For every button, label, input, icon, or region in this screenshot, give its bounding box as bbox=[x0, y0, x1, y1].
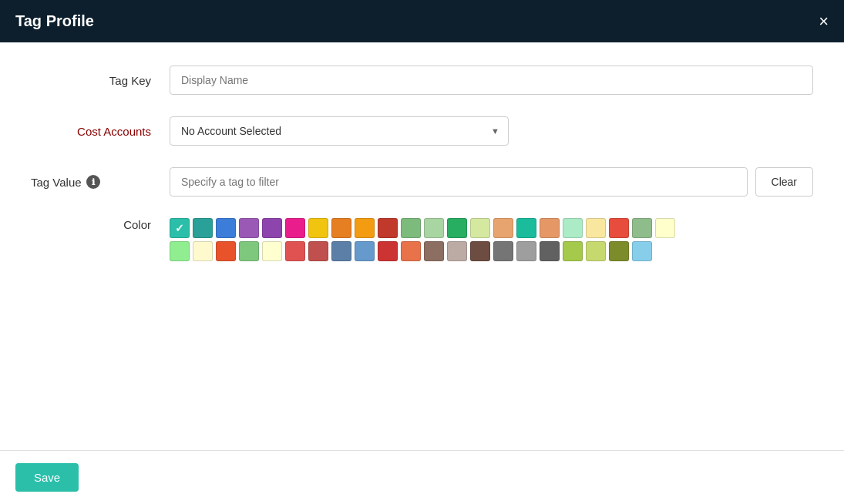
color-swatch[interactable] bbox=[216, 241, 236, 261]
color-swatch[interactable] bbox=[563, 241, 583, 261]
color-swatch[interactable] bbox=[355, 218, 375, 238]
tag-key-input[interactable] bbox=[170, 66, 813, 95]
color-swatch[interactable] bbox=[401, 218, 421, 238]
clear-button[interactable]: Clear bbox=[755, 167, 813, 197]
color-swatch[interactable] bbox=[378, 241, 398, 261]
save-button[interactable]: Save bbox=[15, 463, 79, 492]
tag-value-info-icon: ℹ bbox=[86, 175, 100, 189]
color-swatch[interactable] bbox=[308, 218, 328, 238]
color-swatch[interactable] bbox=[447, 218, 467, 238]
cost-accounts-select[interactable]: No Account Selected bbox=[170, 116, 509, 146]
cost-accounts-row: Cost Accounts No Account Selected bbox=[31, 116, 813, 146]
color-swatch[interactable] bbox=[493, 241, 513, 261]
color-swatch[interactable] bbox=[193, 241, 213, 261]
dialog-title: Tag Profile bbox=[15, 12, 94, 30]
color-swatch[interactable] bbox=[563, 218, 583, 238]
color-swatch[interactable] bbox=[540, 241, 560, 261]
tag-value-controls: Clear bbox=[170, 167, 813, 197]
dialog-footer: Save bbox=[0, 450, 844, 504]
dialog-header: Tag Profile × bbox=[0, 0, 844, 42]
color-swatch[interactable] bbox=[262, 218, 282, 238]
color-swatch[interactable] bbox=[355, 241, 375, 261]
color-swatch[interactable] bbox=[516, 218, 536, 238]
tag-value-input[interactable] bbox=[170, 167, 748, 197]
color-swatch[interactable] bbox=[609, 241, 629, 261]
color-swatch[interactable] bbox=[170, 218, 190, 238]
color-swatch[interactable] bbox=[193, 218, 213, 238]
close-button[interactable]: × bbox=[819, 13, 829, 30]
color-swatch[interactable] bbox=[262, 241, 282, 261]
color-swatch[interactable] bbox=[540, 218, 560, 238]
color-swatch[interactable] bbox=[424, 241, 444, 261]
color-swatch[interactable] bbox=[586, 241, 606, 261]
color-row-2 bbox=[170, 241, 675, 261]
color-swatch[interactable] bbox=[285, 241, 305, 261]
color-grid bbox=[170, 218, 675, 261]
tag-value-label-container: Tag Value ℹ bbox=[31, 175, 170, 189]
color-swatch[interactable] bbox=[378, 218, 398, 238]
cost-accounts-label: Cost Accounts bbox=[31, 125, 170, 138]
color-swatch[interactable] bbox=[401, 241, 421, 261]
tag-value-label-text: Tag Value bbox=[31, 176, 82, 189]
tag-key-label: Tag Key bbox=[31, 74, 170, 87]
color-swatch[interactable] bbox=[285, 218, 305, 238]
color-swatch[interactable] bbox=[331, 241, 351, 261]
color-swatch[interactable] bbox=[632, 218, 652, 238]
color-swatch[interactable] bbox=[493, 218, 513, 238]
color-swatch[interactable] bbox=[170, 241, 190, 261]
color-swatch[interactable] bbox=[331, 218, 351, 238]
color-swatch[interactable] bbox=[447, 241, 467, 261]
color-swatch[interactable] bbox=[586, 218, 606, 238]
tag-value-row: Tag Value ℹ Clear bbox=[31, 167, 813, 197]
color-swatch[interactable] bbox=[632, 241, 652, 261]
color-swatch[interactable] bbox=[308, 241, 328, 261]
tag-key-row: Tag Key bbox=[31, 66, 813, 95]
color-swatch[interactable] bbox=[239, 241, 259, 261]
dialog-content: Tag Key Cost Accounts No Account Selecte… bbox=[0, 42, 844, 450]
cost-accounts-wrapper: No Account Selected bbox=[170, 116, 509, 146]
color-swatch[interactable] bbox=[609, 218, 629, 238]
color-swatch[interactable] bbox=[424, 218, 444, 238]
color-swatch[interactable] bbox=[470, 218, 490, 238]
color-swatch[interactable] bbox=[516, 241, 536, 261]
color-swatch[interactable] bbox=[239, 218, 259, 238]
color-label: Color bbox=[31, 218, 170, 231]
color-swatch[interactable] bbox=[655, 218, 675, 238]
color-swatch[interactable] bbox=[216, 218, 236, 238]
color-swatch[interactable] bbox=[470, 241, 490, 261]
color-row-1 bbox=[170, 218, 675, 238]
color-row: Color bbox=[31, 218, 813, 261]
